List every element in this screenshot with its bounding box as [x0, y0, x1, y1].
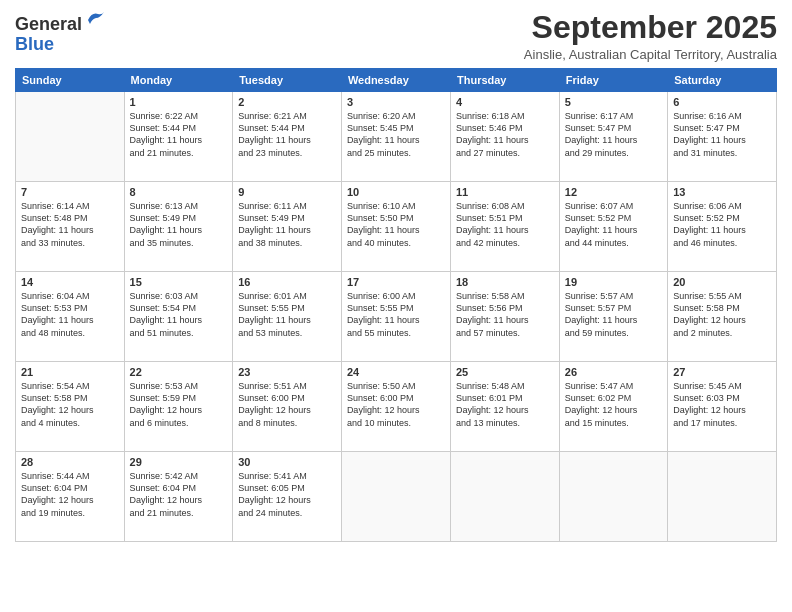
day-number: 2 — [238, 96, 336, 108]
calendar-cell — [559, 452, 667, 542]
day-of-week-header: Wednesday — [341, 69, 450, 92]
day-number: 27 — [673, 366, 771, 378]
day-info: Sunrise: 5:41 AMSunset: 6:05 PMDaylight:… — [238, 470, 336, 519]
calendar-cell: 8Sunrise: 6:13 AMSunset: 5:49 PMDaylight… — [124, 182, 233, 272]
day-info: Sunrise: 5:48 AMSunset: 6:01 PMDaylight:… — [456, 380, 554, 429]
day-number: 26 — [565, 366, 662, 378]
day-info: Sunrise: 6:18 AMSunset: 5:46 PMDaylight:… — [456, 110, 554, 159]
calendar-cell: 22Sunrise: 5:53 AMSunset: 5:59 PMDayligh… — [124, 362, 233, 452]
calendar-cell: 13Sunrise: 6:06 AMSunset: 5:52 PMDayligh… — [668, 182, 777, 272]
day-number: 10 — [347, 186, 445, 198]
day-number: 21 — [21, 366, 119, 378]
calendar-cell: 6Sunrise: 6:16 AMSunset: 5:47 PMDaylight… — [668, 92, 777, 182]
calendar-cell: 1Sunrise: 6:22 AMSunset: 5:44 PMDaylight… — [124, 92, 233, 182]
day-number: 9 — [238, 186, 336, 198]
calendar-header-row: SundayMondayTuesdayWednesdayThursdayFrid… — [16, 69, 777, 92]
calendar-cell: 27Sunrise: 5:45 AMSunset: 6:03 PMDayligh… — [668, 362, 777, 452]
calendar-cell — [668, 452, 777, 542]
location-subtitle: Ainslie, Australian Capital Territory, A… — [524, 47, 777, 62]
calendar-cell: 12Sunrise: 6:07 AMSunset: 5:52 PMDayligh… — [559, 182, 667, 272]
day-number: 11 — [456, 186, 554, 198]
day-info: Sunrise: 5:45 AMSunset: 6:03 PMDaylight:… — [673, 380, 771, 429]
day-info: Sunrise: 6:01 AMSunset: 5:55 PMDaylight:… — [238, 290, 336, 339]
day-number: 16 — [238, 276, 336, 288]
calendar-cell: 9Sunrise: 6:11 AMSunset: 5:49 PMDaylight… — [233, 182, 342, 272]
day-info: Sunrise: 6:06 AMSunset: 5:52 PMDaylight:… — [673, 200, 771, 249]
day-number: 5 — [565, 96, 662, 108]
logo-general: General — [15, 14, 82, 34]
day-info: Sunrise: 6:11 AMSunset: 5:49 PMDaylight:… — [238, 200, 336, 249]
day-info: Sunrise: 6:17 AMSunset: 5:47 PMDaylight:… — [565, 110, 662, 159]
day-number: 23 — [238, 366, 336, 378]
day-number: 19 — [565, 276, 662, 288]
day-number: 30 — [238, 456, 336, 468]
calendar-cell: 7Sunrise: 6:14 AMSunset: 5:48 PMDaylight… — [16, 182, 125, 272]
day-info: Sunrise: 6:07 AMSunset: 5:52 PMDaylight:… — [565, 200, 662, 249]
day-info: Sunrise: 5:58 AMSunset: 5:56 PMDaylight:… — [456, 290, 554, 339]
day-number: 6 — [673, 96, 771, 108]
calendar-cell: 19Sunrise: 5:57 AMSunset: 5:57 PMDayligh… — [559, 272, 667, 362]
calendar-week-row: 21Sunrise: 5:54 AMSunset: 5:58 PMDayligh… — [16, 362, 777, 452]
day-number: 1 — [130, 96, 228, 108]
day-number: 20 — [673, 276, 771, 288]
calendar-cell: 4Sunrise: 6:18 AMSunset: 5:46 PMDaylight… — [450, 92, 559, 182]
day-info: Sunrise: 5:50 AMSunset: 6:00 PMDaylight:… — [347, 380, 445, 429]
day-number: 15 — [130, 276, 228, 288]
day-info: Sunrise: 5:57 AMSunset: 5:57 PMDaylight:… — [565, 290, 662, 339]
day-number: 29 — [130, 456, 228, 468]
calendar-cell: 21Sunrise: 5:54 AMSunset: 5:58 PMDayligh… — [16, 362, 125, 452]
month-title: September 2025 — [524, 10, 777, 45]
day-info: Sunrise: 6:03 AMSunset: 5:54 PMDaylight:… — [130, 290, 228, 339]
calendar-cell: 23Sunrise: 5:51 AMSunset: 6:00 PMDayligh… — [233, 362, 342, 452]
day-of-week-header: Saturday — [668, 69, 777, 92]
day-info: Sunrise: 5:47 AMSunset: 6:02 PMDaylight:… — [565, 380, 662, 429]
calendar-cell: 30Sunrise: 5:41 AMSunset: 6:05 PMDayligh… — [233, 452, 342, 542]
day-info: Sunrise: 6:13 AMSunset: 5:49 PMDaylight:… — [130, 200, 228, 249]
day-info: Sunrise: 6:22 AMSunset: 5:44 PMDaylight:… — [130, 110, 228, 159]
day-number: 22 — [130, 366, 228, 378]
calendar-week-row: 14Sunrise: 6:04 AMSunset: 5:53 PMDayligh… — [16, 272, 777, 362]
calendar-cell: 11Sunrise: 6:08 AMSunset: 5:51 PMDayligh… — [450, 182, 559, 272]
logo: General Blue — [15, 14, 106, 55]
day-number: 25 — [456, 366, 554, 378]
day-info: Sunrise: 5:51 AMSunset: 6:00 PMDaylight:… — [238, 380, 336, 429]
day-number: 14 — [21, 276, 119, 288]
day-info: Sunrise: 6:20 AMSunset: 5:45 PMDaylight:… — [347, 110, 445, 159]
logo-blue: Blue — [15, 34, 54, 54]
day-info: Sunrise: 5:55 AMSunset: 5:58 PMDaylight:… — [673, 290, 771, 339]
calendar-cell: 29Sunrise: 5:42 AMSunset: 6:04 PMDayligh… — [124, 452, 233, 542]
calendar-cell: 16Sunrise: 6:01 AMSunset: 5:55 PMDayligh… — [233, 272, 342, 362]
day-of-week-header: Thursday — [450, 69, 559, 92]
day-number: 17 — [347, 276, 445, 288]
day-of-week-header: Tuesday — [233, 69, 342, 92]
calendar-cell: 3Sunrise: 6:20 AMSunset: 5:45 PMDaylight… — [341, 92, 450, 182]
day-number: 7 — [21, 186, 119, 198]
calendar-cell: 10Sunrise: 6:10 AMSunset: 5:50 PMDayligh… — [341, 182, 450, 272]
calendar-cell — [450, 452, 559, 542]
day-info: Sunrise: 5:44 AMSunset: 6:04 PMDaylight:… — [21, 470, 119, 519]
day-number: 18 — [456, 276, 554, 288]
day-number: 12 — [565, 186, 662, 198]
day-info: Sunrise: 6:04 AMSunset: 5:53 PMDaylight:… — [21, 290, 119, 339]
calendar-cell: 2Sunrise: 6:21 AMSunset: 5:44 PMDaylight… — [233, 92, 342, 182]
calendar-cell: 17Sunrise: 6:00 AMSunset: 5:55 PMDayligh… — [341, 272, 450, 362]
calendar-week-row: 7Sunrise: 6:14 AMSunset: 5:48 PMDaylight… — [16, 182, 777, 272]
calendar-week-row: 28Sunrise: 5:44 AMSunset: 6:04 PMDayligh… — [16, 452, 777, 542]
day-number: 8 — [130, 186, 228, 198]
day-number: 13 — [673, 186, 771, 198]
calendar-cell: 15Sunrise: 6:03 AMSunset: 5:54 PMDayligh… — [124, 272, 233, 362]
day-number: 3 — [347, 96, 445, 108]
day-of-week-header: Friday — [559, 69, 667, 92]
title-area: September 2025 Ainslie, Australian Capit… — [524, 10, 777, 62]
calendar-cell: 5Sunrise: 6:17 AMSunset: 5:47 PMDaylight… — [559, 92, 667, 182]
calendar-cell: 25Sunrise: 5:48 AMSunset: 6:01 PMDayligh… — [450, 362, 559, 452]
header: General Blue September 2025 Ainslie, Aus… — [15, 10, 777, 62]
calendar-cell: 20Sunrise: 5:55 AMSunset: 5:58 PMDayligh… — [668, 272, 777, 362]
day-number: 4 — [456, 96, 554, 108]
calendar-cell — [16, 92, 125, 182]
day-info: Sunrise: 5:42 AMSunset: 6:04 PMDaylight:… — [130, 470, 228, 519]
calendar-cell: 18Sunrise: 5:58 AMSunset: 5:56 PMDayligh… — [450, 272, 559, 362]
day-info: Sunrise: 6:00 AMSunset: 5:55 PMDaylight:… — [347, 290, 445, 339]
day-info: Sunrise: 6:14 AMSunset: 5:48 PMDaylight:… — [21, 200, 119, 249]
calendar-cell — [341, 452, 450, 542]
